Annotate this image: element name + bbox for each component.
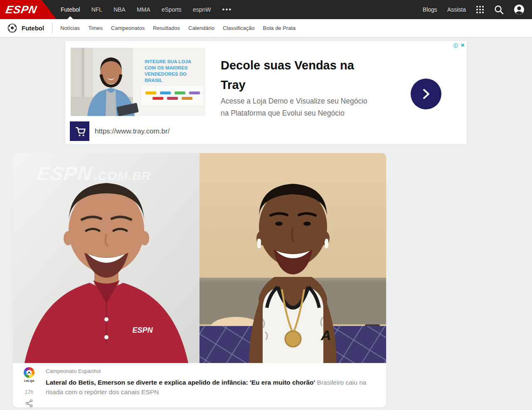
ad-headline[interactable]: Decole suas Vendas na Tray xyxy=(221,56,374,95)
reporter-illustration: ESPN xyxy=(13,153,200,363)
ad-info-icon[interactable]: i xyxy=(452,42,459,49)
ad-partner-logos xyxy=(141,86,204,105)
story-left-rail: LaLiga 17h xyxy=(13,367,45,408)
video-left-reporter: ESPN ESPN .COM.BR xyxy=(13,153,200,363)
video-player[interactable]: ESPN ESPN .COM.BR xyxy=(13,153,386,363)
video-right-player: A xyxy=(200,153,386,363)
subnav-item-times[interactable]: Times xyxy=(88,25,103,31)
section-title: Futebol xyxy=(22,25,44,32)
espn-logo[interactable]: ESPN xyxy=(0,0,57,19)
top-navigation-bar: ESPN Futebol NFL NBA MMA eSports espnW •… xyxy=(0,0,532,19)
reporter-shirt-logo: ESPN xyxy=(132,326,153,334)
ad-url-row: https://www.tray.com.br/ xyxy=(70,121,170,141)
ad-image[interactable]: Integre sua loja com os maiores vendedor… xyxy=(71,48,205,116)
laliga-label: LaLiga xyxy=(24,379,34,383)
ad-choices-controls: i ✕ xyxy=(452,42,466,49)
laliga-logo xyxy=(24,367,34,378)
nav-item-futebol[interactable]: Futebol xyxy=(61,0,80,19)
futebol-sub-navigation: Futebol Notícias Times Campeonatos Resul… xyxy=(0,19,532,37)
ad-close-icon[interactable]: ✕ xyxy=(459,42,466,49)
soccer-ball-icon xyxy=(7,23,17,33)
nav-item-assista[interactable]: Assista xyxy=(447,6,466,13)
topbar-right-cluster: Blogs Assista xyxy=(423,4,532,15)
video-story-card: ESPN ESPN .COM.BR xyxy=(13,153,386,408)
subnav-divider xyxy=(52,23,52,34)
story-text-block: Campeonato Espanhol Lateral do Betis, Em… xyxy=(46,368,367,397)
primary-nav: Futebol NFL NBA MMA eSports espnW ••• xyxy=(61,0,232,19)
story-headline[interactable]: Lateral do Betis, Emerson se diverte e e… xyxy=(46,378,367,397)
ad-body-text: Acesse a Loja Demo e Visualize seu Negóc… xyxy=(221,95,374,119)
player-shirt-mark: A xyxy=(320,327,331,343)
shopping-cart-icon xyxy=(70,121,89,141)
nav-item-nfl[interactable]: NFL xyxy=(91,0,102,19)
subnav-item-bola-de-prata[interactable]: Bola de Prata xyxy=(263,25,296,31)
apps-grid-icon[interactable] xyxy=(476,5,484,14)
ad-image-headline: Integre sua loja com os maiores vendedor… xyxy=(145,59,200,84)
story-headline-bold: Lateral do Betis, Emerson se diverte e e… xyxy=(46,379,315,386)
nav-item-nba[interactable]: NBA xyxy=(113,0,126,19)
nav-item-espnw[interactable]: espnW xyxy=(193,0,211,19)
story-timestamp: 17h xyxy=(25,389,34,395)
chevron-right-icon xyxy=(420,88,432,100)
search-icon[interactable] xyxy=(494,5,504,15)
subnav-item-campeonatos[interactable]: Campeonatos xyxy=(111,25,145,31)
nav-item-mma[interactable]: MMA xyxy=(137,0,150,19)
more-menu-icon[interactable]: ••• xyxy=(222,0,232,19)
story-meta-section: LaLiga 17h Campeonato Espanhol Lateral d… xyxy=(13,363,386,408)
nav-item-blogs[interactable]: Blogs xyxy=(423,6,437,13)
subnav-item-resultados[interactable]: Resultados xyxy=(153,25,180,31)
subnav-item-noticias[interactable]: Notícias xyxy=(60,25,80,31)
ad-url-text[interactable]: https://www.tray.com.br/ xyxy=(95,127,170,136)
share-icon[interactable] xyxy=(25,399,33,408)
profile-icon[interactable] xyxy=(514,4,525,15)
espn-logo-text: ESPN xyxy=(5,3,38,16)
subnav-item-classificacao[interactable]: Classificação xyxy=(223,25,255,31)
player-illustration: A xyxy=(200,153,386,363)
subnav-item-calendario[interactable]: Calendário xyxy=(188,25,214,31)
ad-banner: i ✕ Integre sua loja com os maiores vend… xyxy=(65,40,467,145)
nav-item-esports[interactable]: eSports xyxy=(162,0,182,19)
ad-cta-button[interactable] xyxy=(411,79,441,109)
story-category: Campeonato Espanhol xyxy=(46,368,367,374)
